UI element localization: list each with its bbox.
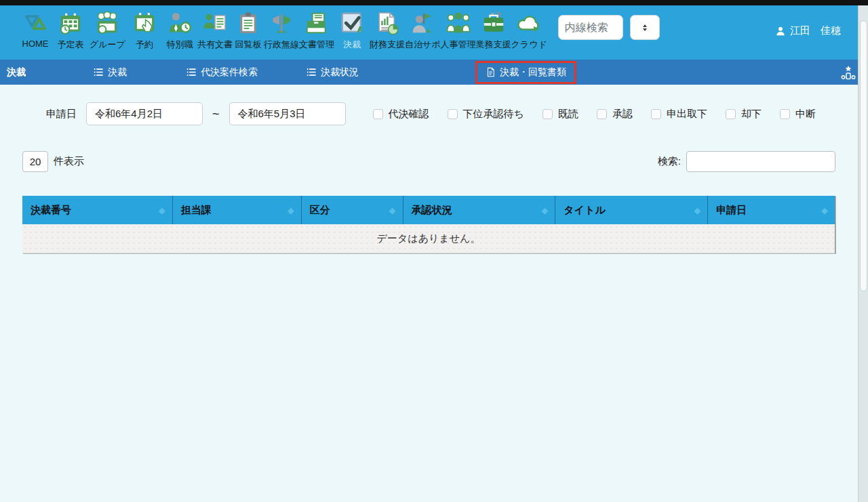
checkbox-input[interactable] xyxy=(780,109,790,119)
checkbox-input[interactable] xyxy=(448,109,458,119)
list-icon xyxy=(94,67,104,77)
filter-checkbox-chudan[interactable]: 中断 xyxy=(780,108,816,121)
checkbox-label: 下位承認待ち xyxy=(463,108,524,121)
topnav-item-label: グループ xyxy=(90,39,125,51)
document-management-icon xyxy=(303,9,330,37)
table-search-label: 検索: xyxy=(658,155,681,168)
checkbox-label: 中断 xyxy=(795,108,816,121)
column-label: 決裁番号 xyxy=(31,204,71,217)
topnav-item-group[interactable]: グループ xyxy=(88,9,127,51)
column-label: タイトル xyxy=(564,204,605,217)
tab-kessai[interactable]: 決裁 xyxy=(94,66,127,79)
vertical-scrollbar-thumb[interactable] xyxy=(860,20,867,291)
column-label: 担当課 xyxy=(181,204,212,217)
group-calendar-icon xyxy=(94,9,121,37)
checkbox-input[interactable] xyxy=(542,109,553,119)
main-content: 申請日 ~ 代決確認 下位承認待ち 既読 承認 申出取下 xyxy=(0,85,868,253)
topnav-item-home[interactable]: HOME xyxy=(18,9,53,49)
topnav-item-shared-doc[interactable]: 共有文書 xyxy=(197,9,233,51)
filter-row: 申請日 ~ 代決確認 下位承認待ち 既読 承認 申出取下 xyxy=(0,85,868,125)
topnav-item-admin-wireless[interactable]: 行政無線 xyxy=(264,9,299,51)
checkbox-label: 既読 xyxy=(558,108,578,121)
table-header-row: 決裁番号 ◆ 担当課 ◆ 区分 ◆ 承認状況 ◆ タイトル ◆ 申請日 ◆ xyxy=(22,196,835,224)
checkbox-label: 却下 xyxy=(741,108,762,121)
topnav-item-executive[interactable]: 特別職 xyxy=(162,9,197,51)
circular-clipboard-icon xyxy=(235,9,262,37)
checkbox-input[interactable] xyxy=(726,109,736,119)
tab-kessai-jokyo[interactable]: 決裁状況 xyxy=(307,66,359,79)
checkbox-input[interactable] xyxy=(651,109,661,119)
topnav-item-label: 決裁 xyxy=(343,39,361,51)
filter-checkbox-kidoku[interactable]: 既読 xyxy=(542,108,578,121)
home-logo-icon xyxy=(22,9,49,37)
topnav-item-finance[interactable]: 財務支援 xyxy=(370,9,405,51)
tab-kessai-kairan-shorui[interactable]: 決裁・回覧書類 xyxy=(486,66,566,79)
checkbox-input[interactable] xyxy=(373,109,383,119)
checkbox-input[interactable] xyxy=(597,109,607,119)
column-header-tantoka[interactable]: 担当課 ◆ xyxy=(173,196,302,224)
list-icon xyxy=(186,67,197,77)
checkbox-label: 承認 xyxy=(612,108,633,121)
extension-search-input[interactable] xyxy=(558,15,623,40)
empty-table-message: データはありません。 xyxy=(22,224,835,253)
date-range-separator: ~ xyxy=(212,107,220,121)
topnav-item-approval[interactable]: 決裁 xyxy=(334,9,370,51)
user-menu[interactable]: 江田 佳穂 xyxy=(775,24,841,37)
topnav-item-circular[interactable]: 回覧板 xyxy=(233,9,264,51)
page-size-input[interactable] xyxy=(22,151,48,172)
extension-search-spinner-button[interactable] xyxy=(630,15,660,40)
table-search-input[interactable] xyxy=(686,151,835,172)
document-icon xyxy=(486,67,496,77)
filter-checkbox-daiketsu-kakunin[interactable]: 代決確認 xyxy=(373,108,429,121)
tab-daiketsu-anken-kensaku[interactable]: 代決案件検索 xyxy=(186,66,258,79)
table-search-group: 検索: xyxy=(658,151,835,172)
highlight-annotation-box: 決裁・回覧書類 xyxy=(475,61,576,84)
business-toolbox-icon xyxy=(480,9,507,37)
filter-checkbox-moushide-torisage[interactable]: 申出取下 xyxy=(651,108,707,121)
top-app-bar: HOME 予定表 グループ 予約 特別職 共有文書 回覧板 行政無線 文書管理 … xyxy=(0,5,868,60)
sort-icon: ◆ xyxy=(288,205,294,215)
column-header-shinseibi[interactable]: 申請日 ◆ xyxy=(708,196,835,224)
date-from-input[interactable] xyxy=(86,102,203,125)
favorites-podium-button[interactable] xyxy=(838,62,859,83)
column-header-title[interactable]: タイトル ◆ xyxy=(555,196,708,224)
column-label: 申請日 xyxy=(716,204,747,217)
filter-checkbox-kyakka[interactable]: 却下 xyxy=(726,108,762,121)
page-size-label: 件表示 xyxy=(54,155,84,168)
date-to-input[interactable] xyxy=(229,102,346,125)
finance-chart-icon xyxy=(374,9,401,37)
filter-checkbox-shonin[interactable]: 承認 xyxy=(597,108,633,121)
column-header-kessai-bango[interactable]: 決裁番号 ◆ xyxy=(22,196,173,224)
topnav-item-business-support[interactable]: 業務支援 xyxy=(476,9,511,51)
topnav-item-doc-management[interactable]: 文書管理 xyxy=(299,9,334,51)
sort-icon: ◆ xyxy=(159,205,165,215)
topnav-item-label: 回覧板 xyxy=(235,39,261,51)
topnav-item-reservation[interactable]: 予約 xyxy=(127,9,162,51)
approval-documents-table: 決裁番号 ◆ 担当課 ◆ 区分 ◆ 承認状況 ◆ タイトル ◆ 申請日 ◆ xyxy=(22,196,835,253)
topnav-item-label: 財務支援 xyxy=(370,39,405,51)
vertical-scrollbar-track[interactable] xyxy=(858,5,868,502)
approval-check-icon xyxy=(338,9,366,37)
topnav-item-hr[interactable]: 人事管理 xyxy=(441,9,476,51)
column-label: 承認状況 xyxy=(412,204,452,217)
filter-checkbox-kai-shonin-machi[interactable]: 下位承認待ち xyxy=(448,108,524,121)
topnav-item-schedule[interactable]: 予定表 xyxy=(53,9,88,51)
sort-icon: ◆ xyxy=(541,205,548,215)
municipal-support-icon xyxy=(409,9,436,37)
tab-label: 決裁 xyxy=(108,66,127,79)
schedule-calendar-icon xyxy=(57,9,84,37)
column-header-shonin-jokyo[interactable]: 承認状況 ◆ xyxy=(403,196,556,224)
column-header-kubun[interactable]: 区分 ◆ xyxy=(302,196,403,224)
checkbox-label: 申出取下 xyxy=(667,108,707,121)
extension-search-group xyxy=(558,15,660,40)
hr-people-icon xyxy=(445,9,472,37)
checkbox-label: 代決確認 xyxy=(389,108,429,121)
module-nav-bar: 決裁 決裁 代決案件検索 決裁状況 決裁・回覧書類 xyxy=(0,60,868,85)
topnav-item-label: HOME xyxy=(22,39,49,49)
reservation-calendar-icon xyxy=(131,9,158,37)
topnav-item-municipal-support[interactable]: 自治サポ xyxy=(405,9,441,51)
admin-wireless-icon xyxy=(268,9,295,37)
topnav-item-cloud[interactable]: クラウド xyxy=(511,9,547,51)
sort-icon: ◆ xyxy=(821,205,828,215)
module-title: 決裁 xyxy=(0,66,26,79)
